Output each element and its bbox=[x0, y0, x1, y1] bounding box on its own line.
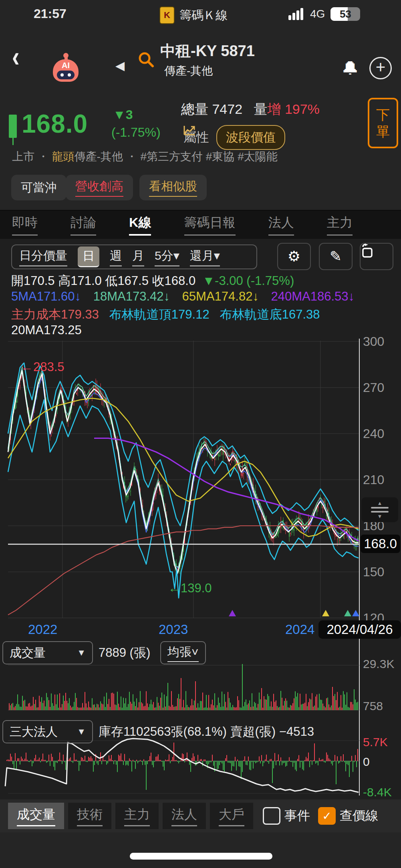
cost-value: 主力成本179.33 bbox=[11, 307, 99, 321]
period-toolbar: 日分價量日週月5分▾還月▾ bbox=[11, 244, 257, 269]
caret-down-icon: ▼ bbox=[77, 727, 86, 737]
cost-value: 布林軌道底167.38 bbox=[220, 307, 320, 321]
main-tab-bar: 即時討論K線籌碼日報法人主力 ▼ bbox=[0, 210, 401, 239]
institutional-value: 庫存1102563張(68.1%) 賣超(張) −4513 bbox=[99, 723, 314, 740]
price-change: ▼3 bbox=[113, 107, 133, 122]
last-price-axis-label: 168.0 bbox=[361, 535, 400, 553]
band-value-button[interactable]: 波段價值 bbox=[216, 125, 285, 150]
priceline-checkbox-group[interactable]: ✓ 查價線 bbox=[318, 807, 378, 825]
institutional-dropdown[interactable]: 三大法人▼ bbox=[2, 720, 93, 743]
tab-即時[interactable]: 即時 bbox=[12, 214, 38, 236]
ma20-row: 20MA173.25 bbox=[11, 323, 82, 337]
x-label-2023: 2023 bbox=[159, 622, 188, 637]
tab-討論[interactable]: 討論 bbox=[71, 214, 96, 236]
stock-industry: 傳產-其他 bbox=[164, 63, 213, 79]
day-trade-pill[interactable]: 可當沖 bbox=[11, 175, 66, 200]
candle-icon bbox=[9, 115, 17, 145]
inst-y-0: 0 bbox=[363, 755, 370, 769]
signal-icon bbox=[288, 8, 304, 20]
bottom-tab-法人[interactable]: 法人 bbox=[163, 803, 206, 829]
bottom-tab-技術[interactable]: 技術 bbox=[68, 803, 111, 829]
inst-y--8.4K: -8.4K bbox=[363, 785, 392, 799]
period-月[interactable]: 月 bbox=[132, 248, 144, 266]
status-bar: 21:57 K 籌碼Ｋ線 4G 53 bbox=[0, 0, 401, 25]
status-time: 21:57 bbox=[34, 6, 66, 21]
bottom-tab-主力[interactable]: 主力 bbox=[115, 803, 159, 829]
tab-籌碼日報[interactable]: 籌碼日報 bbox=[184, 214, 236, 236]
settings-button[interactable]: ⚙ bbox=[277, 243, 311, 270]
cost-value: 布林軌道頂179.12 bbox=[109, 307, 210, 321]
similar-stocks-pill[interactable]: 看相似股 bbox=[139, 175, 207, 200]
add-watchlist-button[interactable]: + bbox=[369, 57, 392, 79]
period-週[interactable]: 週 bbox=[110, 248, 122, 266]
y-tick-270: 270 bbox=[363, 380, 384, 395]
tab-K線[interactable]: K線 bbox=[129, 214, 151, 236]
cost-row: 主力成本179.33布林軌道頂179.12布林軌道底167.38 bbox=[11, 306, 330, 323]
app-root: 21:57 K 籌碼Ｋ線 4G 53 ‹ AI ◀ 中租-KY 5871 傳產-… bbox=[0, 0, 401, 868]
ma-value: 240MA186.53↓ bbox=[271, 289, 355, 303]
tab-主力[interactable]: 主力 bbox=[327, 214, 353, 236]
period-5分▾[interactable]: 5分▾ bbox=[155, 248, 179, 266]
event-checkbox-group[interactable]: 事件 bbox=[263, 807, 310, 825]
ai-assistant-icon[interactable]: AI bbox=[50, 55, 81, 83]
trend-chart-icon bbox=[183, 125, 195, 135]
inst-y-5.7K: 5.7K bbox=[363, 735, 388, 749]
status-app-name: 籌碼Ｋ線 bbox=[179, 7, 228, 24]
ma-value: 65MA174.82↓ bbox=[182, 289, 262, 303]
event-label: 事件 bbox=[284, 807, 310, 825]
y-tick-300: 300 bbox=[363, 334, 384, 349]
battery-icon: 53 bbox=[330, 7, 360, 21]
bottom-tab-大戶[interactable]: 大戶 bbox=[210, 803, 253, 829]
collapse-triangle-icon[interactable]: ◀ bbox=[115, 59, 125, 73]
avg-lot-button[interactable]: 均張˅ bbox=[160, 641, 206, 664]
period-日[interactable]: 日 bbox=[78, 246, 99, 267]
ma-value: 18MA173.42↓ bbox=[93, 289, 173, 303]
stock-title[interactable]: 中租-KY 5871 bbox=[160, 41, 255, 61]
ohlc-row: 開170.5 高171.0 低167.5 收168.0 ▼-3.00 (-1.7… bbox=[11, 273, 294, 289]
stock-tags: 上市 ・ 龍頭傳產-其他 ・ #第三方支付 #東協 #太陽能 bbox=[12, 149, 278, 164]
caret-down-icon: ▼ bbox=[77, 648, 86, 658]
y-tick-240: 240 bbox=[363, 426, 384, 441]
priceline-label: 查價線 bbox=[340, 807, 378, 825]
volume-summary: 總量 7472 量增 197% bbox=[181, 100, 320, 119]
rotate-screen-button[interactable] bbox=[360, 243, 393, 270]
axis-drag-handle[interactable]: ▲▼ bbox=[361, 497, 398, 522]
high-annotation: ←283.5 bbox=[21, 360, 64, 374]
place-order-button[interactable]: 下單 bbox=[368, 98, 398, 148]
x-label-2022: 2022 bbox=[28, 622, 57, 637]
home-indicator[interactable] bbox=[130, 853, 272, 860]
ma-value: 5MA171.60↓ bbox=[11, 289, 85, 303]
low-annotation: ←139.0 bbox=[168, 581, 212, 595]
price-change-pct: (-1.75%) bbox=[111, 125, 161, 140]
revenue-high-pill[interactable]: 營收創高 bbox=[66, 175, 133, 200]
search-icon[interactable] bbox=[138, 51, 154, 67]
period-還月▾[interactable]: 還月▾ bbox=[190, 248, 220, 266]
back-button[interactable]: ‹ bbox=[12, 39, 20, 73]
last-price: 168.0 bbox=[22, 109, 88, 139]
period-日分價量[interactable]: 日分價量 bbox=[19, 248, 67, 266]
tab-法人[interactable]: 法人 bbox=[268, 214, 294, 236]
date-tooltip: 2024/04/26 bbox=[318, 620, 401, 639]
volume-value: 7889 (張) bbox=[99, 644, 150, 661]
volume-y-max: 29.3K bbox=[363, 657, 394, 671]
bottom-tab-成交量[interactable]: 成交量 bbox=[8, 803, 64, 829]
event-checkbox[interactable] bbox=[263, 807, 280, 825]
volume-y-min: 758 bbox=[363, 699, 383, 713]
y-tick-150: 150 bbox=[363, 565, 384, 579]
x-label-2024: 2024 bbox=[285, 622, 314, 637]
notification-bell-icon[interactable]: 🔔︎ bbox=[341, 59, 359, 79]
bottom-toolbar: 成交量技術主力法人大戶 事件 ✓ 查價線 bbox=[0, 799, 401, 832]
rotate-phone-icon bbox=[361, 244, 374, 258]
y-tick-210: 210 bbox=[363, 472, 384, 487]
network-label: 4G bbox=[310, 8, 325, 20]
ma-row: 5MA171.60↓ 18MA173.42↓ 65MA174.82↓ 240MA… bbox=[11, 289, 363, 304]
volume-dropdown[interactable]: 成交量▼ bbox=[2, 641, 93, 664]
app-icon: K bbox=[159, 6, 175, 24]
priceline-checkbox[interactable]: ✓ bbox=[318, 807, 336, 825]
draw-button[interactable]: ✎ bbox=[319, 243, 353, 270]
